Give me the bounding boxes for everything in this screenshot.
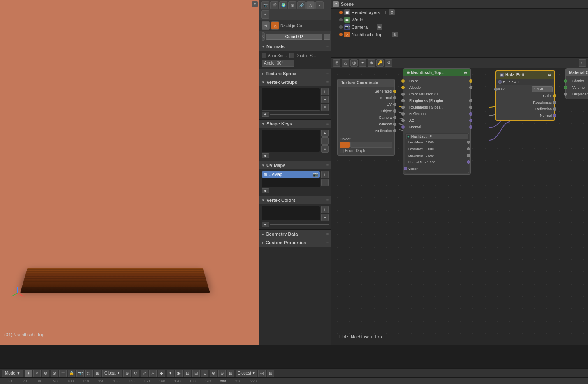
vertex-colors-add-btn[interactable]: +	[321, 206, 329, 213]
tab-particles[interactable]: ✦	[261, 10, 269, 19]
node-tool-1[interactable]: ⊞	[333, 59, 340, 67]
shape-keys-list[interactable]	[262, 130, 320, 152]
holz-bett-extra-btn[interactable]: ⊗	[548, 73, 551, 77]
viewport-render[interactable]: ◎	[85, 370, 93, 377]
ior-socket-in[interactable]	[494, 88, 498, 91]
snap-icon5[interactable]: ⊕	[218, 370, 226, 377]
transform-icon2[interactable]: ↺	[132, 370, 139, 377]
shape-keys-remove-btn[interactable]: −	[321, 137, 329, 145]
vertex-groups-remove-btn[interactable]: −	[321, 96, 329, 103]
geometry-data-menu-icon[interactable]: ≡	[326, 232, 329, 236]
auto-smooth-checkbox[interactable]	[262, 53, 266, 58]
object-name-input[interactable]	[266, 34, 322, 40]
transform-icon3[interactable]: ⤢	[141, 370, 148, 377]
viewport[interactable]: × Z	[0, 0, 259, 345]
holz-bett-collapse-icon[interactable]: ◉	[500, 73, 504, 77]
node-nachttisch-top[interactable]: ◉ Nachttisch_Top... ⊗ Color Albedo	[403, 68, 471, 175]
nach-ao-socket-in[interactable]	[401, 119, 405, 122]
shape-keys-circle-btn[interactable]: ●	[262, 153, 269, 158]
tex-reflection-socket[interactable]	[393, 129, 396, 132]
uvmap-item[interactable]: ⊞ UVMap 📷	[262, 171, 320, 178]
global-select[interactable]: Global ▼	[102, 370, 122, 377]
sculpt-icon2[interactable]: ◆	[158, 370, 165, 377]
nach-roughness-socket-out[interactable]	[469, 99, 472, 102]
tex-window-socket[interactable]	[393, 123, 396, 126]
tex-object-color-btn[interactable]	[340, 142, 350, 148]
vertex-colors-remove-btn[interactable]: −	[321, 214, 329, 221]
nach-normal-socket-in[interactable]	[401, 125, 405, 129]
nach-color-socket-out[interactable]	[469, 79, 472, 83]
sculpt-icon1[interactable]: △	[149, 370, 157, 377]
tab-world[interactable]: 🌍	[279, 1, 287, 9]
nach-roughgloss-socket-in[interactable]	[401, 106, 405, 109]
node-tool-4[interactable]: ✦	[359, 59, 366, 67]
section-vertex-groups-header[interactable]: ▼ Vertex Groups ≡	[259, 78, 331, 86]
nach-sub-sock2[interactable]	[467, 147, 470, 150]
node-tool-5[interactable]: ⊕	[368, 59, 375, 67]
section-vertex-colors-header[interactable]: ▼ Vertex Colors ≡	[259, 196, 331, 204]
tab-data[interactable]: △	[306, 1, 315, 9]
holz-reflection-socket[interactable]	[553, 107, 556, 111]
viewport-close-btn[interactable]: ×	[252, 1, 258, 7]
outliner-camera[interactable]: 📷 Camera | ⊕	[331, 23, 588, 31]
viewport-grid[interactable]: ⊞	[94, 370, 101, 377]
section-uv-maps-header[interactable]: ▼ UV Maps ≡	[259, 161, 331, 169]
vertex-groups-menu-icon[interactable]: ≡	[326, 80, 329, 84]
nach-color-socket-in[interactable]	[401, 79, 405, 83]
double-sided-checkbox[interactable]	[289, 53, 294, 58]
prop-edit-icon[interactable]: ◉	[175, 370, 183, 377]
vertex-groups-list[interactable]	[262, 88, 320, 111]
nach-sub-sock1[interactable]	[467, 141, 470, 144]
mode-btn[interactable]: Mode ▼	[2, 370, 23, 377]
nach-roughgloss-socket-out[interactable]	[469, 106, 472, 109]
transform-icon1[interactable]: ⊛	[123, 370, 131, 377]
section-texture-space-header[interactable]: ▶ Texture Space ≡	[259, 69, 331, 78]
normals-menu-icon[interactable]: ≡	[326, 44, 329, 49]
matout-shader-socket[interactable]	[564, 79, 567, 83]
properties-scroll[interactable]: ▼ Normals ≡ Auto Sm... Double	[259, 42, 331, 345]
tex-from-dupli-checkbox[interactable]	[340, 149, 344, 153]
resolution-icon[interactable]: ⊞	[227, 370, 234, 377]
shape-keys-add-btn[interactable]: +	[321, 130, 329, 137]
vertex-colors-menu-icon[interactable]: ≡	[326, 198, 329, 202]
outliner-nachttisch[interactable]: △ Nachttisch_Top | ⊗	[331, 31, 588, 38]
closest-select[interactable]: Closest ▼	[236, 370, 257, 377]
nach-reflection-socket-out[interactable]	[469, 112, 472, 116]
snap-icon2[interactable]: ⊟	[192, 370, 200, 377]
nach-roughness-socket-in[interactable]	[401, 99, 405, 102]
viewport-camera[interactable]: 📷	[76, 370, 84, 377]
tex-generated-socket[interactable]	[393, 90, 396, 93]
uv-cam-icon[interactable]: 📷	[313, 172, 318, 177]
tab-constraints[interactable]: 🔗	[297, 1, 306, 9]
vertex-groups-extra-btn[interactable]: ≡	[321, 104, 329, 111]
snap-icon4[interactable]: ⊗	[210, 370, 217, 377]
pivot-icon[interactable]: ◎	[258, 370, 266, 377]
viewport-cursor[interactable]: ✛	[59, 370, 67, 377]
node-texture-coordinate[interactable]: Texture Coordinate Generated Normal UV	[337, 79, 395, 156]
uv-maps-circle-btn[interactable]: ●	[262, 188, 269, 193]
object-name-f-btn[interactable]: F	[324, 34, 330, 40]
nach-ao-socket-out[interactable]	[469, 119, 472, 122]
vertex-colors-list[interactable]	[262, 206, 320, 220]
nach-albedo-socket-in[interactable]	[401, 86, 405, 89]
tex-object-value[interactable]	[350, 142, 392, 148]
nav-mesh-icon[interactable]: △	[271, 21, 279, 30]
sculpt-icon3[interactable]: ✦	[167, 370, 174, 377]
shape-keys-menu-icon[interactable]: ≡	[326, 122, 329, 126]
tex-normal-socket[interactable]	[393, 96, 396, 99]
vertex-colors-circle-btn[interactable]: ●	[262, 222, 269, 227]
tex-camera-socket[interactable]	[393, 116, 396, 119]
section-geometry-data-header[interactable]: ▶ Geometry Data ≡	[259, 230, 331, 238]
node-tool-7[interactable]: ⚙	[385, 59, 392, 67]
snap-icon3[interactable]: ⊙	[201, 370, 208, 377]
node-tool-6[interactable]: 🔑	[376, 59, 384, 67]
node-scroll-icon[interactable]: ↔	[579, 59, 586, 67]
nachttisch-collapse-icon[interactable]: ◉	[407, 71, 410, 74]
node-editor[interactable]: ⊙ Scene ▣ RenderLayers | ⚙ ◉ World	[331, 0, 588, 345]
tex-uv-socket[interactable]	[393, 103, 396, 106]
node-tool-3[interactable]: ◎	[350, 59, 358, 67]
vertex-groups-circle-btn[interactable]: ●	[262, 112, 269, 117]
shape-keys-extra-btn[interactable]: ≡	[321, 145, 329, 153]
section-normals-header[interactable]: ▼ Normals ≡	[259, 42, 331, 51]
nach-albedo-socket-out[interactable]	[469, 86, 472, 89]
